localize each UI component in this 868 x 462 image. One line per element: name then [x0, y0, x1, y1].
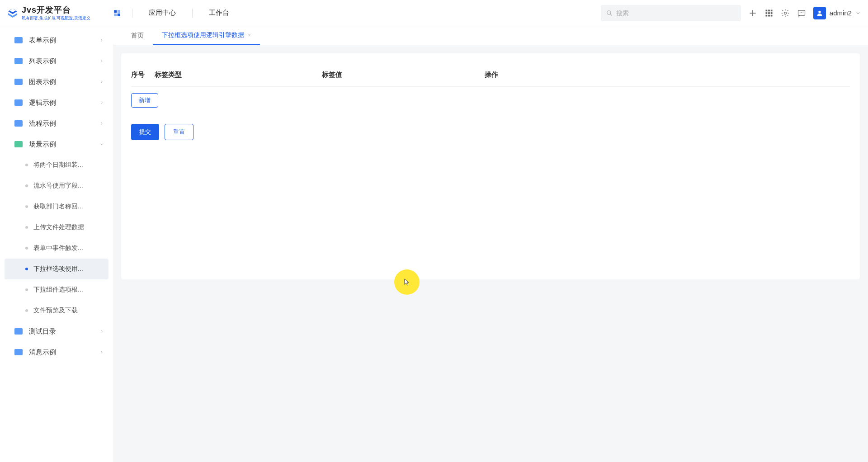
sidebar-subitem-label: 上传文件处理数据	[33, 223, 84, 231]
folder-icon	[14, 58, 23, 64]
nav-app-center[interactable]: 应用中心	[143, 9, 181, 17]
chevron-down-icon	[855, 10, 861, 16]
svg-point-4	[607, 10, 611, 14]
th-action: 操作	[485, 71, 850, 79]
svg-point-20	[801, 12, 802, 13]
th-value: 标签值	[322, 71, 485, 79]
chevron-right-icon	[99, 38, 104, 42]
sidebar-subitem[interactable]: 下拉框选项使用...	[5, 259, 108, 279]
svg-point-22	[818, 10, 821, 13]
sidebar-item[interactable]: 图表示例	[0, 71, 113, 92]
sidebar-item[interactable]: 表单示例	[0, 30, 113, 51]
th-type: 标签类型	[155, 71, 322, 79]
svg-rect-15	[768, 14, 770, 16]
header-nav: 应用中心 工作台	[113, 9, 235, 18]
sidebar-item[interactable]: 流程示例	[0, 113, 113, 134]
sidebar-item[interactable]: 场景示例	[0, 134, 113, 155]
dot-icon	[25, 288, 28, 291]
sidebar-item-label: 场景示例	[29, 140, 56, 149]
add-icon[interactable]	[748, 9, 757, 18]
apps-grid-icon[interactable]	[113, 9, 121, 17]
cursor-highlight	[394, 269, 420, 295]
sidebar-subitem[interactable]: 上传文件处理数据	[0, 217, 113, 238]
nav-workspace[interactable]: 工作台	[203, 9, 235, 17]
reset-button[interactable]: 重置	[165, 124, 193, 140]
sidebar-item[interactable]: 测试目录	[0, 321, 113, 342]
svg-rect-10	[771, 9, 773, 11]
sidebar-item[interactable]: 消息示例	[0, 342, 113, 363]
tab-label: 下拉框选项使用逻辑引擎数据	[162, 31, 244, 39]
logo-title: Jvs开发平台	[22, 5, 90, 15]
tab-label: 首页	[131, 32, 144, 40]
close-icon[interactable]: ×	[248, 32, 251, 38]
add-button[interactable]: 新增	[131, 93, 158, 108]
sidebar-subitem[interactable]: 下拉组件选项根...	[0, 279, 113, 300]
sidebar-subitem-label: 获取部门名称回...	[33, 203, 83, 211]
sidebar-subitem-label: 流水号使用字段...	[33, 182, 83, 190]
user-avatar-icon	[813, 7, 826, 19]
sidebar-subitem[interactable]: 获取部门名称回...	[0, 196, 113, 217]
sidebar-subitem-label: 表单中事件触发...	[33, 244, 83, 252]
sidebar-item-label: 流程示例	[29, 119, 56, 128]
sidebar-subitem[interactable]: 流水号使用字段...	[0, 175, 113, 196]
sidebar-subitem[interactable]: 文件预览及下载	[0, 300, 113, 321]
chevron-down-icon	[99, 142, 104, 146]
folder-icon	[14, 79, 23, 85]
sidebar-item-label: 消息示例	[29, 348, 56, 357]
logo-section: Jvs开发平台 私有部署,集成扩展,可视配置,灵活定义	[7, 5, 113, 21]
chevron-right-icon	[99, 329, 104, 334]
user-name: admin2	[830, 9, 852, 17]
table-divider	[131, 86, 850, 87]
svg-point-19	[800, 12, 801, 13]
sidebar-item-label: 逻辑示例	[29, 99, 56, 107]
grid-icon[interactable]	[764, 9, 774, 18]
message-icon[interactable]	[797, 9, 806, 18]
logo-subtitle: 私有部署,集成扩展,可视配置,灵活定义	[22, 15, 90, 21]
svg-line-5	[610, 14, 612, 15]
main-area: 首页下拉框选项使用逻辑引擎数据× 序号 标签类型 标签值 操作 新增 提交 重置	[113, 26, 868, 462]
folder-icon	[14, 37, 23, 43]
dot-icon	[25, 268, 28, 270]
svg-rect-3	[118, 13, 120, 16]
content-area: 序号 标签类型 标签值 操作 新增 提交 重置	[113, 45, 868, 462]
panel: 序号 标签类型 标签值 操作 新增 提交 重置	[121, 53, 860, 279]
sidebar-item-label: 列表示例	[29, 57, 56, 66]
sidebar-subitem[interactable]: 表单中事件触发...	[0, 238, 113, 259]
sidebar-item[interactable]: 列表示例	[0, 51, 113, 71]
sidebar-subitem-label: 文件预览及下载	[33, 306, 78, 315]
svg-rect-9	[768, 9, 770, 11]
sidebar: 表单示例列表示例图表示例逻辑示例流程示例场景示例将两个日期组装...流水号使用字…	[0, 26, 113, 462]
action-row: 提交 重置	[131, 124, 850, 140]
sidebar-item-label: 图表示例	[29, 78, 56, 86]
tab[interactable]: 首页	[122, 26, 153, 45]
search-input[interactable]	[616, 9, 736, 17]
dot-icon	[25, 309, 28, 312]
th-index: 序号	[131, 71, 155, 79]
svg-rect-8	[765, 9, 767, 11]
svg-rect-0	[114, 10, 117, 13]
svg-rect-1	[118, 10, 120, 13]
submit-button[interactable]: 提交	[131, 124, 159, 140]
header-right: admin2	[601, 5, 861, 21]
chevron-right-icon	[99, 59, 104, 63]
search-icon	[606, 10, 613, 16]
sidebar-item-label: 表单示例	[29, 36, 56, 45]
sidebar-subitem[interactable]: 将两个日期组装...	[0, 155, 113, 175]
tab[interactable]: 下拉框选项使用逻辑引擎数据×	[153, 26, 260, 45]
dot-icon	[25, 164, 28, 166]
search-box[interactable]	[601, 5, 741, 21]
chevron-right-icon	[99, 80, 104, 84]
dot-icon	[25, 205, 28, 208]
table-header: 序号 标签类型 标签值 操作	[131, 67, 850, 83]
svg-rect-14	[765, 14, 767, 16]
svg-rect-16	[771, 14, 773, 16]
gear-icon[interactable]	[781, 9, 790, 18]
sidebar-subitem-label: 下拉组件选项根...	[33, 286, 83, 294]
sidebar-item[interactable]: 逻辑示例	[0, 92, 113, 113]
svg-rect-2	[114, 13, 117, 16]
cursor-icon	[404, 278, 410, 286]
sidebar-subitem-label: 下拉框选项使用...	[33, 265, 83, 273]
user-menu[interactable]: admin2	[813, 7, 861, 19]
app-header: Jvs开发平台 私有部署,集成扩展,可视配置,灵活定义 应用中心 工作台	[0, 0, 868, 26]
svg-rect-13	[771, 12, 773, 14]
